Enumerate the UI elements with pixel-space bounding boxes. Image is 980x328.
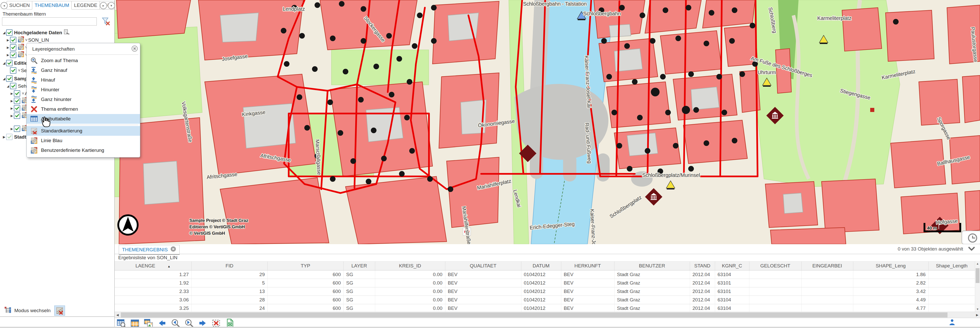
- table-cell[interactable]: [801, 296, 853, 304]
- table-cell[interactable]: 0.00: [375, 287, 445, 296]
- table-cell[interactable]: BEV: [445, 304, 521, 313]
- tab-suchen[interactable]: SUCHEN: [6, 1, 32, 10]
- table-cell[interactable]: 29: [191, 271, 267, 279]
- expander-collapsed-icon[interactable]: ▶: [10, 127, 14, 131]
- table-cell[interactable]: SG: [344, 287, 375, 296]
- table-cell[interactable]: Stadt Graz: [614, 304, 690, 313]
- menu-item-standardkartierung[interactable]: Standardkartierung: [27, 126, 140, 136]
- checkbox-checked[interactable]: [14, 98, 20, 104]
- column-header-eingearbei[interactable]: EINGEARBEI: [801, 261, 853, 271]
- table-cell[interactable]: BEV: [561, 304, 614, 313]
- table-cell[interactable]: 4.49: [853, 296, 928, 304]
- arrow-left-icon[interactable]: [158, 318, 167, 328]
- checkbox-checked[interactable]: [14, 113, 20, 119]
- menu-item-ganz-hinunter[interactable]: Ganz hinunter: [27, 95, 140, 104]
- edit-layer-icon[interactable]: [64, 29, 69, 36]
- checkbox-checked[interactable]: [10, 67, 16, 74]
- tab-themenbaum[interactable]: THEMENBAUM: [32, 1, 72, 10]
- expander-collapsed-icon[interactable]: ▶: [6, 53, 10, 57]
- table-cell[interactable]: 2.33: [115, 287, 191, 296]
- table-cell[interactable]: [749, 271, 801, 279]
- table-cell[interactable]: 63104: [715, 296, 749, 304]
- export-excel-icon[interactable]: [225, 318, 234, 328]
- table-cell[interactable]: 0.00: [375, 296, 445, 304]
- table-cell[interactable]: 2012.04: [690, 271, 715, 279]
- table-cell[interactable]: 2.82: [853, 279, 928, 287]
- checkbox-checked[interactable]: [10, 37, 16, 43]
- column-header-datum[interactable]: DATUM: [521, 261, 561, 271]
- table-cell[interactable]: [928, 287, 975, 296]
- circle-arrow-down-icon[interactable]: ▼: [108, 2, 115, 9]
- zoom-next-icon[interactable]: [185, 318, 194, 328]
- person-icon[interactable]: [949, 319, 955, 326]
- table-cell[interactable]: Stadt Graz: [614, 279, 690, 287]
- table-cell[interactable]: SG: [344, 279, 375, 287]
- symbol-expander-icon[interactable]: ˅: [18, 68, 21, 73]
- expander-expanded-icon[interactable]: ◢: [2, 31, 6, 35]
- table-cell[interactable]: 2012.04: [690, 287, 715, 296]
- table-cell[interactable]: 2012.04: [690, 304, 715, 313]
- column-header-typ[interactable]: TYP: [267, 261, 344, 271]
- column-header-kreis_id[interactable]: KREIS_ID: [375, 261, 445, 271]
- expander-collapsed-icon[interactable]: ▶: [10, 99, 14, 103]
- clear-selection-icon[interactable]: [212, 318, 221, 328]
- table-cell[interactable]: [749, 304, 801, 313]
- table-cell[interactable]: BEV: [445, 296, 521, 304]
- table-cell[interactable]: SG: [344, 304, 375, 313]
- symbol-expander-icon[interactable]: ˅: [22, 91, 24, 96]
- table-cell[interactable]: BEV: [561, 279, 614, 287]
- scroll-up-icon[interactable]: ▲: [975, 262, 980, 265]
- menu-item-ganz-hinauf[interactable]: Ganz hinauf: [27, 65, 140, 75]
- table-row[interactable]: 1.2729600SG0.00BEV01042012BEVStadt Graz2…: [115, 271, 975, 279]
- table-cell[interactable]: 63104: [715, 271, 749, 279]
- table-cell[interactable]: BEV: [561, 271, 614, 279]
- table-cell[interactable]: [749, 296, 801, 304]
- table-cell[interactable]: 600: [267, 271, 344, 279]
- circle-arrow-right-icon[interactable]: ►: [100, 2, 107, 9]
- checkbox-checked[interactable]: [14, 125, 20, 132]
- horizontal-scrollbar[interactable]: ◀ ▶: [115, 312, 980, 318]
- table-row[interactable]: 1.925600SG0.00BEV01042012BEVStadt Graz20…: [115, 279, 975, 287]
- table-cell[interactable]: 01042012: [521, 271, 561, 279]
- table-cell[interactable]: BEV: [445, 287, 521, 296]
- table-cell[interactable]: 600: [267, 304, 344, 313]
- column-header-geloescht[interactable]: GELOESCHT: [749, 261, 801, 271]
- arrow-right-icon[interactable]: [198, 318, 207, 328]
- checkbox-checked[interactable]: [10, 83, 16, 89]
- expander-expanded-icon[interactable]: ◢: [6, 84, 10, 88]
- checkbox-checked[interactable]: [14, 105, 20, 111]
- expander-collapsed-icon[interactable]: ▶: [6, 38, 10, 42]
- table-cell[interactable]: 1.92: [115, 279, 191, 287]
- column-header-laenge[interactable]: LAENGE▲: [115, 261, 191, 271]
- table-cell[interactable]: [801, 279, 853, 287]
- close-circle-icon[interactable]: [131, 45, 138, 53]
- table-cell[interactable]: Stadt Graz: [614, 296, 690, 304]
- table-cell[interactable]: [749, 287, 801, 296]
- table-cell[interactable]: Stadt Graz: [614, 271, 690, 279]
- table-cell[interactable]: Stadt Graz: [614, 287, 690, 296]
- column-header-shape_leng[interactable]: SHAPE_Leng: [853, 261, 928, 271]
- table-cell[interactable]: [928, 271, 975, 279]
- table-cell[interactable]: [928, 279, 975, 287]
- table-cell[interactable]: 63101: [715, 287, 749, 296]
- table-cell[interactable]: 600: [267, 287, 344, 296]
- table-cell[interactable]: BEV: [445, 271, 521, 279]
- menu-item-hinunter[interactable]: Hinunter: [27, 85, 140, 95]
- table-cell[interactable]: 0.00: [375, 279, 445, 287]
- vertical-scrollbar[interactable]: ▲ ▼: [975, 261, 980, 312]
- menu-item-benutzerdefinierte-kartierung[interactable]: Benutzerdefinierte Kartierung: [27, 146, 140, 155]
- table-cell[interactable]: 2012.04: [690, 279, 715, 287]
- table-map-icon[interactable]: [144, 318, 153, 328]
- menu-item-thema-entfernen[interactable]: Thema entfernen: [27, 104, 140, 114]
- themenbaum-filter-input[interactable]: [2, 17, 97, 25]
- column-header-kgnr_c[interactable]: KGNR_C: [715, 261, 749, 271]
- table-cell[interactable]: 63101: [715, 279, 749, 287]
- table-row[interactable]: 3.0628600SG0.00BEV01042012BEVStadt Graz2…: [115, 296, 975, 304]
- checkbox-checked[interactable]: [6, 75, 13, 82]
- table-cell[interactable]: 28: [191, 296, 267, 304]
- table-cell[interactable]: 01042012: [521, 296, 561, 304]
- modus-label[interactable]: Modus wechseln: [14, 308, 51, 314]
- expander-expanded-icon[interactable]: ◢: [2, 77, 6, 81]
- attribute-table[interactable]: LAENGE▲FIDTYPLAYERKREIS_IDQUALITAETDATUM…: [115, 261, 975, 313]
- table-cell[interactable]: [801, 287, 853, 296]
